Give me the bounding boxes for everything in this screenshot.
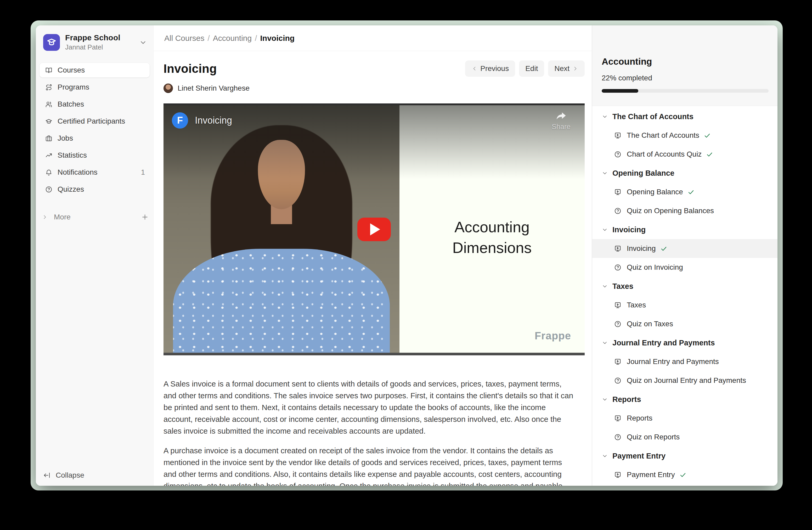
- help-circle-icon: [614, 377, 621, 384]
- chevron-down-icon: [602, 340, 608, 346]
- sidebar-item-jobs[interactable]: Jobs: [40, 131, 150, 145]
- school-name: Frappe School: [65, 33, 134, 42]
- chevron-down-icon: [602, 226, 608, 233]
- breadcrumb-accounting[interactable]: Accounting: [213, 34, 252, 43]
- sidebar-item-courses[interactable]: Courses: [40, 63, 150, 78]
- chapter-invoicing[interactable]: Invoicing: [592, 220, 778, 239]
- lesson-label: Quiz on Reports: [627, 433, 680, 441]
- breadcrumb-current: Invoicing: [260, 34, 295, 43]
- share-icon: [554, 110, 568, 122]
- sidebar-item-more[interactable]: More: [36, 210, 153, 224]
- chapter-taxes[interactable]: Taxes: [592, 277, 778, 296]
- chapter-label: Reports: [612, 395, 641, 404]
- lesson-quiz-on-taxes[interactable]: Quiz on Taxes: [592, 315, 778, 333]
- users-icon: [45, 101, 52, 108]
- lesson-label: The Chart of Accounts: [627, 131, 699, 140]
- plus-icon[interactable]: [141, 213, 149, 221]
- previous-button[interactable]: Previous: [465, 60, 515, 77]
- lesson-quiz-on-journal-entry-and-payments[interactable]: Quiz on Journal Entry and Payments: [592, 371, 778, 390]
- school-user-name: Jannat Patel: [65, 43, 134, 51]
- lesson-label: Quiz on Opening Balances: [627, 207, 714, 215]
- lesson-payment-entry[interactable]: Payment Entry: [592, 465, 778, 484]
- chapter-label: Payment Entry: [612, 452, 666, 460]
- breadcrumb-all-courses[interactable]: All Courses: [164, 34, 204, 43]
- monitor-play-icon: [614, 245, 621, 252]
- chevron-down-icon: [602, 283, 608, 289]
- video-title[interactable]: Invoicing: [195, 115, 232, 126]
- chapter-label: Opening Balance: [612, 169, 675, 178]
- sidebar-item-quizzes[interactable]: Quizzes: [40, 182, 150, 197]
- chapter-reports[interactable]: Reports: [592, 390, 778, 409]
- channel-avatar[interactable]: F: [172, 112, 188, 128]
- edit-button[interactable]: Edit: [519, 60, 544, 77]
- video-top-bar: [163, 103, 585, 105]
- chapter-opening-balance[interactable]: Opening Balance: [592, 164, 778, 182]
- sidebar-item-label: Statistics: [58, 151, 145, 159]
- course-outline: The Chart of AccountsThe Chart of Accoun…: [592, 106, 778, 486]
- chevron-right-icon: [42, 214, 48, 220]
- chapter-label: The Chart of Accounts: [612, 112, 694, 121]
- chapter-the-chart-of-accounts[interactable]: The Chart of Accounts: [592, 107, 778, 126]
- sidebar-item-label: Jobs: [58, 134, 145, 142]
- lesson-content: Invoicing Previous Edit Next: [154, 51, 592, 486]
- lesson-invoicing[interactable]: Invoicing: [592, 239, 778, 258]
- share-label: Share: [552, 123, 570, 131]
- course-progress-header: Accounting 22% completed: [592, 25, 778, 106]
- collapse-sidebar-button[interactable]: Collapse: [43, 471, 84, 479]
- share-button[interactable]: Share: [552, 110, 570, 131]
- video-player[interactable]: Accounting Dimensions Frappe F Invoicing: [163, 103, 585, 355]
- lesson-label: Invoicing: [627, 244, 656, 253]
- sidebar-item-statistics[interactable]: Statistics: [40, 148, 150, 163]
- lesson-journal-entry-and-payments[interactable]: Journal Entry and Payments: [592, 352, 778, 371]
- sidebar-item-batches[interactable]: Batches: [40, 97, 150, 112]
- progress-fill: [602, 89, 638, 93]
- lesson-chart-of-accounts-quiz[interactable]: Chart of Accounts Quiz: [592, 145, 778, 164]
- school-switcher[interactable]: Frappe School Jannat Patel: [36, 25, 153, 51]
- lesson-quiz-on-invoicing[interactable]: Quiz on Invoicing: [592, 258, 778, 277]
- lesson-taxes[interactable]: Taxes: [592, 296, 778, 315]
- monitor-play-icon: [614, 358, 621, 365]
- breadcrumb: All Courses / Accounting / Invoicing: [154, 25, 592, 51]
- lesson-quiz-on-reports[interactable]: Quiz on Reports: [592, 428, 778, 446]
- lesson-opening-balance[interactable]: Opening Balance: [592, 182, 778, 201]
- monitor-play-icon: [614, 132, 621, 139]
- course-title: Accounting: [602, 56, 769, 67]
- chevron-down-icon: [602, 113, 608, 120]
- sidebar-item-notifications[interactable]: Notifications1: [40, 165, 150, 180]
- help-circle-icon: [45, 186, 52, 193]
- play-button[interactable]: [357, 218, 391, 241]
- lesson-label: Opening Balance: [627, 188, 683, 196]
- trending-up-icon: [45, 152, 52, 159]
- lesson-body-text: A Sales invoice is a formal document sen…: [163, 378, 576, 486]
- chapter-payment-entry[interactable]: Payment Entry: [592, 446, 778, 465]
- sidebar-item-programs[interactable]: Programs: [40, 80, 150, 95]
- chapter-label: Journal Entry and Payments: [612, 338, 715, 347]
- help-circle-icon: [614, 207, 621, 214]
- sidebar: Frappe School Jannat Patel CoursesProgra…: [36, 25, 154, 486]
- school-meta: Frappe School Jannat Patel: [65, 33, 134, 51]
- lesson-label: Reports: [627, 414, 652, 422]
- chapter-label: Invoicing: [612, 225, 646, 234]
- sidebar-item-label: Certified Participants: [58, 117, 145, 125]
- lesson-quiz-on-opening-balances[interactable]: Quiz on Opening Balances: [592, 201, 778, 220]
- lesson-the-chart-of-accounts[interactable]: The Chart of Accounts: [592, 126, 778, 145]
- lesson-label: Journal Entry and Payments: [627, 358, 719, 366]
- monitor-play-icon: [614, 471, 621, 478]
- collapse-label: Collapse: [56, 471, 84, 479]
- chevron-down-icon[interactable]: [139, 39, 147, 46]
- book-open-icon: [45, 67, 52, 74]
- chapter-journal-entry-and-payments[interactable]: Journal Entry and Payments: [592, 333, 778, 352]
- sidebar-nav: CoursesProgramsBatchesCertified Particip…: [36, 63, 153, 197]
- lesson-label: Payment Entry: [627, 471, 675, 479]
- video-overlay-header[interactable]: F Invoicing: [172, 112, 232, 128]
- sidebar-item-label: Quizzes: [58, 185, 145, 194]
- sidebar-item-certified-participants[interactable]: Certified Participants: [40, 114, 150, 128]
- chevron-right-icon: [572, 66, 578, 72]
- lesson-reports[interactable]: Reports: [592, 409, 778, 428]
- page-title: Invoicing: [163, 61, 465, 76]
- route-icon: [45, 84, 52, 91]
- next-button[interactable]: Next: [548, 60, 585, 77]
- help-circle-icon: [614, 264, 621, 271]
- sidebar-item-label: Notifications: [58, 168, 141, 177]
- author-row: Linet Sherin Varghese: [163, 84, 585, 93]
